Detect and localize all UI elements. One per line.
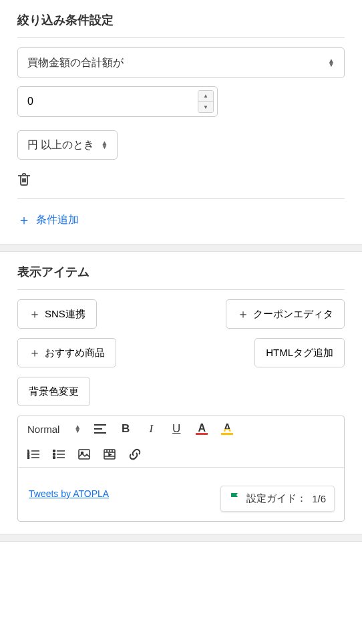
- sns-button[interactable]: ＋ SNS連携: [17, 299, 97, 329]
- add-condition-label: 条件追加: [36, 213, 79, 227]
- flag-icon: [229, 492, 241, 506]
- filter-title: 絞り込み条件設定: [17, 12, 345, 28]
- tweet-link[interactable]: Tweets by ATOPLA: [29, 488, 109, 499]
- spinner-up[interactable]: ▲: [198, 91, 213, 102]
- svg-point-15: [53, 457, 55, 459]
- number-spinner: ▲ ▼: [198, 90, 214, 113]
- button-row-2: ＋ おすすめ商品 HTMLタグ追加: [17, 338, 345, 367]
- plus-icon: ＋: [17, 211, 31, 229]
- plus-icon: ＋: [29, 345, 41, 361]
- filter-section: 絞り込み条件設定 買物金額の合計額が ▲▼ ▲ ▼ 円 以上のとき ▲▼: [0, 0, 362, 244]
- guide-badge[interactable]: 設定ガイド： 1/6: [220, 486, 335, 512]
- section-gap-bottom: [0, 534, 362, 542]
- add-condition-button[interactable]: ＋ 条件追加: [17, 208, 345, 232]
- bg-color-button[interactable]: 背景色変更: [17, 377, 90, 406]
- amount-input-wrapper: ▲ ▼: [17, 86, 218, 117]
- html-tag-label: HTMLタグ追加: [266, 347, 333, 359]
- toolbar-row-2: 123: [27, 448, 335, 460]
- sns-label: SNS連携: [45, 308, 85, 321]
- currency-condition-label: 円 以上のとき: [27, 138, 94, 152]
- divider: [17, 198, 345, 199]
- coupon-button[interactable]: ＋ クーポンエディタ: [226, 299, 345, 329]
- section-gap: [0, 244, 362, 252]
- video-icon[interactable]: [104, 448, 116, 460]
- svg-rect-19: [79, 450, 89, 459]
- coupon-label: クーポンエディタ: [253, 308, 333, 321]
- editor-toolbar: Normal ▲▼ B I U A A 123: [18, 416, 344, 468]
- svg-point-14: [53, 454, 55, 456]
- button-row-1: ＋ SNS連携 ＋ クーポンエディタ: [17, 299, 345, 329]
- format-select[interactable]: Normal ▲▼: [27, 424, 81, 435]
- currency-condition-select[interactable]: 円 以上のとき ▲▼: [17, 130, 118, 160]
- link-icon[interactable]: [129, 448, 141, 460]
- plus-icon: ＋: [237, 306, 249, 322]
- plus-icon: ＋: [29, 306, 41, 322]
- total-amount-label: 買物金額の合計額が: [27, 56, 124, 70]
- total-amount-select[interactable]: 買物金額の合計額が ▲▼: [17, 47, 345, 78]
- sort-icon: ▲▼: [101, 141, 108, 149]
- guide-label: 設定ガイド：: [246, 492, 307, 505]
- divider: [17, 37, 345, 38]
- bg-color-label: 背景色変更: [29, 385, 79, 398]
- image-icon[interactable]: [78, 448, 90, 460]
- italic-icon[interactable]: I: [145, 423, 157, 435]
- bullet-list-icon[interactable]: [53, 448, 65, 460]
- ordered-list-icon[interactable]: 123: [27, 448, 39, 460]
- sort-icon: ▲▼: [328, 59, 335, 67]
- recommend-label: おすすめ商品: [45, 347, 105, 359]
- display-section: 表示アイテム ＋ SNS連携 ＋ クーポンエディタ ＋ おすすめ商品 HTMLタ…: [0, 252, 362, 534]
- svg-text:3: 3: [27, 456, 29, 459]
- recommend-button[interactable]: ＋ おすすめ商品: [17, 338, 116, 367]
- delete-icon[interactable]: [17, 172, 345, 189]
- bg-color-icon[interactable]: A: [221, 423, 233, 435]
- svg-point-13: [53, 450, 55, 452]
- spinner-down[interactable]: ▼: [198, 102, 213, 112]
- editor-container: Normal ▲▼ B I U A A 123: [17, 416, 345, 522]
- button-row-3: 背景色変更: [17, 377, 345, 406]
- editor-content[interactable]: Tweets by ATOPLA 設定ガイド： 1/6: [18, 468, 344, 521]
- text-color-icon[interactable]: A: [196, 423, 208, 435]
- underline-icon[interactable]: U: [170, 423, 182, 435]
- format-label: Normal: [27, 424, 59, 435]
- guide-progress: 1/6: [312, 493, 326, 504]
- align-icon[interactable]: [94, 423, 106, 435]
- display-title: 表示アイテム: [17, 264, 345, 280]
- html-tag-button[interactable]: HTMLタグ追加: [254, 338, 345, 367]
- amount-input[interactable]: [17, 86, 218, 117]
- bold-icon[interactable]: B: [120, 423, 132, 435]
- sort-icon: ▲▼: [74, 425, 81, 433]
- divider: [17, 289, 345, 290]
